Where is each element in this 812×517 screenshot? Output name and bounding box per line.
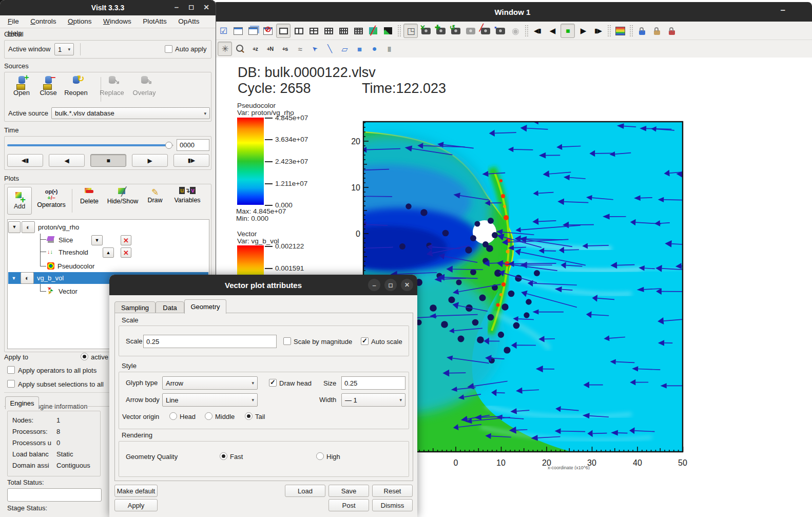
dialog-minimize-button[interactable]: – bbox=[368, 279, 380, 291]
apply-operators-checkbox[interactable] bbox=[7, 366, 15, 374]
perspective-view-icon[interactable]: ◳ bbox=[403, 24, 418, 38]
slice-dropdown-button[interactable]: ▼ bbox=[91, 235, 103, 245]
reverse-play-icon[interactable]: ◀ bbox=[546, 24, 559, 37]
main-close-button[interactable]: ✕ bbox=[203, 3, 209, 11]
next-timestep-button[interactable]: ▮▶ bbox=[173, 154, 209, 167]
save-view-icon[interactable] bbox=[464, 24, 477, 37]
make-default-button[interactable]: Make default bbox=[114, 485, 158, 497]
variables-button[interactable]: u↴v Variables bbox=[170, 187, 204, 215]
add-plot-z-icon[interactable]: +z bbox=[248, 42, 262, 55]
next-frame-icon[interactable]: ▮▶ bbox=[591, 24, 605, 37]
main-maximize-button[interactable]: ◻ bbox=[188, 3, 194, 11]
zoom-mode-icon[interactable] bbox=[234, 42, 247, 55]
delete-active-plots-icon[interactable]: ╱ bbox=[366, 24, 380, 37]
color-table-icon[interactable] bbox=[613, 24, 627, 37]
post-button[interactable]: Post bbox=[328, 499, 369, 511]
tab-sampling[interactable]: Sampling bbox=[114, 301, 156, 314]
menu-opatts[interactable]: OpAtts bbox=[173, 15, 204, 27]
choose-center-of-rotation-icon[interactable]: ◉ bbox=[509, 24, 522, 37]
pick-mode-icon[interactable]: ➤ bbox=[308, 42, 321, 55]
apply-active-radio[interactable] bbox=[81, 353, 88, 360]
hide-show-toggle-icon[interactable]: ◐ bbox=[22, 221, 35, 233]
arrow-body-combo[interactable]: Line▾ bbox=[162, 393, 258, 407]
layout-2x4-icon[interactable] bbox=[337, 24, 350, 37]
dismiss-button[interactable]: Dismiss bbox=[372, 499, 413, 511]
stop-icon[interactable]: ■ bbox=[560, 24, 575, 38]
draw-head-checkbox[interactable] bbox=[269, 379, 277, 387]
collapse-icon[interactable]: ▼ bbox=[8, 273, 20, 283]
save-button[interactable]: Save bbox=[328, 485, 369, 497]
dialog-close-button[interactable]: ✕ bbox=[401, 279, 413, 291]
menu-file[interactable]: File bbox=[3, 15, 24, 27]
prev-frame-icon[interactable]: ◀▮ bbox=[531, 24, 544, 37]
lock-time-icon[interactable] bbox=[650, 24, 664, 37]
add-plot-s-icon[interactable]: +s bbox=[278, 42, 292, 55]
navigate-mode-icon[interactable]: ✳ bbox=[218, 42, 232, 56]
time-slider-track[interactable] bbox=[7, 144, 167, 146]
sphere-tool-icon[interactable]: ● bbox=[368, 42, 381, 55]
clone-window-icon[interactable] bbox=[246, 24, 260, 37]
add-plot-n-icon[interactable]: +N bbox=[263, 42, 277, 55]
reset-button[interactable]: Reset bbox=[372, 485, 413, 497]
tab-geometry[interactable]: Geometry bbox=[184, 299, 226, 314]
size-input[interactable]: 0.25 bbox=[341, 376, 405, 390]
add-plot-button[interactable]: + Add bbox=[7, 187, 32, 215]
lock-tools-icon[interactable] bbox=[665, 24, 679, 37]
reopen-button[interactable]: ↻ Reopen bbox=[63, 76, 89, 97]
delete-plot-button[interactable]: Delete bbox=[75, 187, 104, 215]
reverse-play-button[interactable]: ◀ bbox=[49, 154, 85, 167]
layout-3x3-icon[interactable] bbox=[352, 24, 365, 37]
time-value-field[interactable]: 0000 bbox=[177, 139, 209, 151]
tab-data[interactable]: Data bbox=[156, 301, 184, 314]
recenter-view-icon[interactable]: ✚ bbox=[434, 24, 448, 37]
play-icon[interactable]: ▶ bbox=[576, 24, 590, 37]
menu-windows[interactable]: Windows bbox=[99, 15, 136, 27]
delete-window-icon[interactable]: ⊘ bbox=[261, 24, 275, 37]
apply-button[interactable]: Apply bbox=[114, 499, 158, 511]
operator-slice[interactable]: Slice bbox=[47, 234, 73, 245]
engines-tab[interactable]: Engines bbox=[5, 396, 39, 409]
layout-2x2-icon[interactable] bbox=[307, 24, 320, 37]
open-button[interactable]: + Open bbox=[8, 76, 35, 97]
width-combo[interactable]: — 1▾ bbox=[341, 393, 405, 407]
time-slider-handle[interactable] bbox=[165, 142, 172, 149]
collapse-icon[interactable]: ▼ bbox=[8, 221, 21, 233]
dialog-maximize-button[interactable]: ◻ bbox=[384, 279, 397, 291]
main-minimize-button[interactable]: – bbox=[175, 3, 179, 11]
threshold-up-button[interactable]: ▲ bbox=[103, 247, 114, 258]
plane-tool-icon[interactable]: ▱ bbox=[338, 42, 351, 55]
line-tool-icon[interactable]: ╲ bbox=[323, 42, 336, 55]
scale-by-magnitude-checkbox[interactable] bbox=[283, 337, 291, 345]
viz-window-titlebar[interactable]: Window 1 – bbox=[213, 2, 812, 22]
hide-active-plots-icon[interactable] bbox=[381, 24, 395, 37]
quality-fast-radio[interactable] bbox=[220, 452, 227, 460]
viz-minimize-button[interactable]: – bbox=[781, 5, 785, 15]
draw-button[interactable]: ✎ Draw bbox=[143, 187, 167, 215]
hide-show-toggle-icon[interactable]: ◐ bbox=[21, 272, 34, 284]
axis-tool-icon[interactable]: ||| bbox=[382, 42, 396, 55]
dialog-titlebar[interactable]: Vector plot attributes – ◻ ✕ bbox=[109, 275, 417, 295]
load-button[interactable]: Load bbox=[285, 485, 325, 497]
layout-1x2-icon[interactable] bbox=[292, 24, 305, 37]
undo-view-icon[interactable]: ↺ bbox=[449, 24, 462, 37]
use-saved-view-icon[interactable]: ▪ bbox=[494, 24, 507, 37]
stop-button[interactable]: ■ bbox=[90, 154, 126, 167]
active-window-combo[interactable]: 1▾ bbox=[54, 43, 74, 55]
active-source-combo[interactable]: bulk.*.vlsv database▾ bbox=[51, 107, 210, 119]
layout-1x1-icon[interactable] bbox=[276, 24, 291, 38]
lineout-mode-icon[interactable]: ≈ bbox=[293, 42, 306, 55]
operators-button[interactable]: op(•) +/– Operators bbox=[35, 187, 68, 215]
auto-scale-checkbox[interactable] bbox=[361, 337, 369, 345]
origin-tail-radio[interactable] bbox=[245, 412, 253, 420]
menu-plotatts[interactable]: PlotAtts bbox=[138, 15, 171, 27]
layout-2x3-icon[interactable] bbox=[322, 24, 335, 37]
reset-view-icon[interactable]: ✕ bbox=[419, 24, 433, 37]
main-titlebar[interactable]: VisIt 3.3.3 – ◻ ✕ bbox=[0, 0, 216, 15]
menu-options[interactable]: Options bbox=[63, 15, 96, 27]
threshold-delete-button[interactable]: ✕ bbox=[121, 247, 131, 258]
plot-type-vector[interactable]: ➤ ➤ ➤ Vector bbox=[47, 285, 78, 297]
apply-subset-checkbox[interactable] bbox=[7, 380, 15, 388]
origin-middle-radio[interactable] bbox=[205, 412, 212, 420]
operator-threshold[interactable]: ↓↓ Threshold bbox=[47, 246, 88, 258]
play-button[interactable]: ▶ bbox=[132, 154, 168, 167]
